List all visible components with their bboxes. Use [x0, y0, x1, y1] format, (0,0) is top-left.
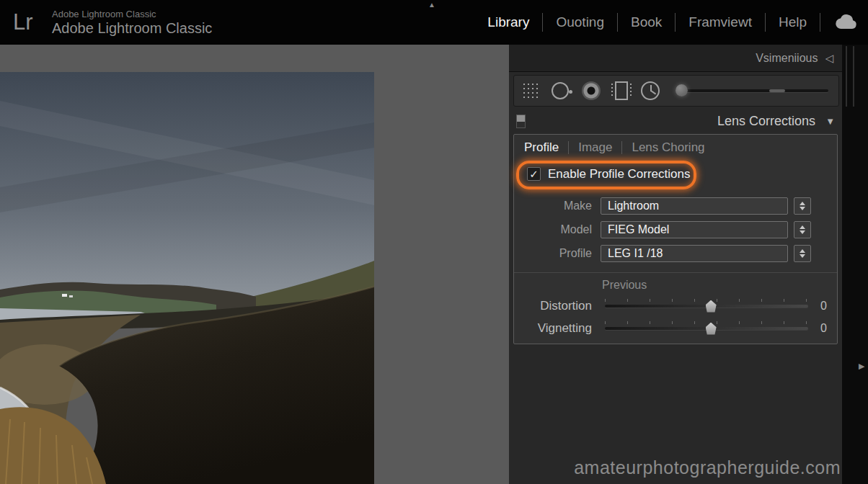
landscape-photo — [0, 72, 374, 484]
module-ouoting[interactable]: Ouoting — [554, 12, 606, 33]
lens-corrections-header: Lens Corrections ▼ — [509, 109, 842, 133]
model-row: Model FIEG Model — [514, 218, 837, 241]
enable-profile-corrections-checkbox[interactable]: ✓ — [527, 167, 541, 181]
panel-collapse-icon[interactable]: ◁ — [825, 52, 833, 65]
profile-row: Profile LEG I1 /18 — [514, 241, 837, 265]
farm-building — [69, 295, 73, 297]
tab-profile[interactable]: Profile — [524, 140, 559, 155]
make-label: Make — [514, 200, 592, 212]
distortion-row: Distortion 0 — [514, 295, 837, 317]
stepper-up-icon — [800, 249, 805, 253]
app-title-small: Adobe Lightroom Classic — [52, 9, 156, 19]
crop-overlay-icon[interactable] — [521, 81, 540, 100]
right-panel-content: Vsimeniious ◁ Lens Corrections ▼ Profile — [509, 45, 842, 484]
slider-ticks — [605, 321, 808, 324]
tab-divider — [621, 141, 622, 154]
stepper-down-icon — [800, 254, 805, 258]
distortion-slider-knob[interactable] — [706, 300, 717, 313]
vignetting-slider-knob[interactable] — [706, 323, 717, 335]
panel-gutter: ▶ — [842, 45, 868, 484]
top-bar: Lr Adobe Lightroom Classic Adobe Lightro… — [0, 0, 868, 45]
module-help[interactable]: Help — [777, 12, 808, 33]
profile-label: Profile — [514, 247, 592, 260]
toolbar-slider-mark — [769, 89, 785, 92]
amount-section: Previous Distortion 0 Vignetting — [514, 272, 837, 339]
menu-divider — [765, 13, 766, 32]
lens-corrections-panel: Profile Image Lens Choring ✓ Enable Prof… — [513, 134, 838, 344]
menu-divider — [675, 13, 676, 32]
radial-filter-icon[interactable] — [641, 81, 660, 100]
tab-lens-choring[interactable]: Lens Choring — [632, 140, 704, 155]
red-eye-correction-icon[interactable] — [582, 81, 601, 100]
tab-divider — [568, 141, 569, 154]
collapse-top-panel-icon[interactable]: ▲ — [428, 1, 435, 9]
cloud-sync-icon[interactable] — [835, 14, 859, 31]
tool-strip — [513, 75, 839, 107]
watermark: amateurphotographerguide.com — [574, 457, 841, 478]
vignetting-value[interactable]: 0 — [808, 322, 837, 335]
lens-corrections-tabs: Profile Image Lens Choring — [514, 135, 837, 161]
profile-stepper[interactable] — [794, 245, 811, 262]
toolbar-slider[interactable] — [676, 81, 828, 100]
menu-divider — [820, 13, 820, 32]
vignetting-label: Vignetting — [514, 321, 592, 336]
graduated-filter-icon[interactable] — [615, 81, 628, 100]
scrollbar-thumb[interactable] — [846, 46, 854, 107]
make-dropdown[interactable]: Lightroom — [601, 197, 788, 215]
toolbar-slider-track — [686, 89, 828, 92]
distortion-slider[interactable] — [605, 297, 808, 315]
photo-canvas[interactable] — [0, 72, 374, 484]
farm-building — [62, 294, 67, 297]
module-framviewt[interactable]: Framviewt — [687, 12, 753, 33]
previous-label: Previous — [602, 279, 837, 292]
toolbar-slider-knob[interactable] — [676, 84, 688, 97]
stepper-down-icon — [800, 230, 805, 234]
enable-profile-corrections-label: Enable Profile Corrections — [548, 167, 690, 182]
panel-on-off-switch[interactable] — [516, 115, 526, 128]
spot-removal-icon[interactable] — [552, 82, 569, 99]
model-dropdown[interactable]: FIEG Model — [601, 221, 788, 238]
make-stepper[interactable] — [794, 197, 811, 215]
model-stepper[interactable] — [794, 221, 811, 238]
tab-image[interactable]: Image — [578, 140, 612, 155]
module-book[interactable]: Book — [629, 12, 663, 33]
right-panel: Vsimeniious ◁ Lens Corrections ▼ Profile — [509, 45, 868, 484]
slider-ticks — [605, 299, 808, 302]
stepper-down-icon — [800, 207, 805, 210]
distortion-label: Distortion — [514, 299, 592, 313]
vignetting-slider[interactable] — [605, 320, 808, 337]
stepper-up-icon — [800, 225, 805, 229]
make-row: Make Lightroom — [514, 194, 837, 218]
menu-divider — [617, 13, 618, 32]
vignetting-row: Vignetting 0 — [514, 317, 837, 339]
panel-header: Vsimeniious ◁ — [509, 45, 842, 72]
profile-dropdown[interactable]: LEG I1 /18 — [601, 245, 788, 262]
model-label: Model — [514, 223, 592, 236]
lightroom-logo: Lr — [13, 6, 46, 39]
menu-divider — [542, 13, 543, 32]
panel-show-arrow-icon[interactable]: ▶ — [859, 362, 864, 371]
section-title[interactable]: Lens Corrections — [526, 114, 815, 129]
stepper-up-icon — [800, 202, 805, 205]
app-title-large: Adobe Lightroom Classic — [52, 20, 212, 37]
module-library[interactable]: Library — [486, 12, 531, 33]
section-collapse-icon[interactable]: ▼ — [825, 116, 835, 127]
enable-profile-corrections-row: ✓ Enable Profile Corrections — [514, 161, 837, 194]
panel-header-label: Vsimeniious — [756, 52, 818, 65]
module-picker: Library Ouoting Book Framviewt Help — [486, 0, 859, 45]
distortion-value[interactable]: 0 — [808, 300, 837, 313]
